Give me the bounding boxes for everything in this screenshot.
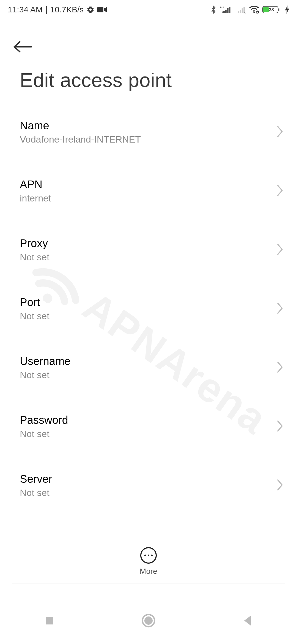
svg-rect-3 xyxy=(223,11,225,13)
wifi-status-icon xyxy=(249,6,259,13)
chevron-right-icon xyxy=(276,361,284,374)
svg-rect-14 xyxy=(278,8,279,11)
row-value: Not set xyxy=(20,487,277,498)
chevron-right-icon xyxy=(276,243,284,256)
divider xyxy=(12,583,285,583)
row-label: Username xyxy=(20,355,277,367)
bluetooth-icon xyxy=(210,5,217,14)
chevron-right-icon xyxy=(276,479,284,492)
svg-rect-4 xyxy=(225,10,227,13)
svg-rect-8 xyxy=(240,10,241,13)
row-name[interactable]: Name Vodafone-Ireland-INTERNET xyxy=(0,110,297,154)
row-label: Name xyxy=(20,119,277,132)
row-value: Not set xyxy=(20,311,277,321)
row-label: Proxy xyxy=(20,237,277,250)
svg-point-18 xyxy=(144,616,153,625)
status-separator: | xyxy=(45,5,48,14)
row-value: Vodafone-Ireland-INTERNET xyxy=(20,134,277,145)
nav-home-button[interactable] xyxy=(129,610,168,632)
battery-icon: 38 xyxy=(262,5,282,14)
triangle-left-icon xyxy=(242,615,253,627)
svg-rect-9 xyxy=(242,8,243,13)
row-value: Not set xyxy=(20,370,277,380)
svg-point-12 xyxy=(256,11,259,13)
square-icon xyxy=(44,615,55,626)
status-bar: 11:34 AM | 10.7KB/s 4G xyxy=(0,0,297,19)
settings-list: Name Vodafone-Ireland-INTERNET APN inter… xyxy=(0,110,297,534)
row-server[interactable]: Server Not set xyxy=(0,463,297,507)
nav-recent-button[interactable] xyxy=(30,610,69,632)
row-label: Port xyxy=(20,296,277,309)
row-value: Not set xyxy=(20,429,277,439)
svg-rect-16 xyxy=(46,617,53,624)
chevron-right-icon xyxy=(276,302,284,315)
more-button[interactable]: More xyxy=(0,542,297,581)
android-navbar xyxy=(0,597,297,644)
svg-rect-6 xyxy=(229,7,230,13)
more-label: More xyxy=(140,567,157,576)
battery-pct: 38 xyxy=(269,7,274,12)
row-port[interactable]: Port Not set xyxy=(0,287,297,331)
appbar xyxy=(0,33,297,61)
nav-back-button[interactable] xyxy=(228,610,267,632)
row-label: Server xyxy=(20,473,277,485)
chevron-right-icon xyxy=(276,184,284,198)
status-time: 11:34 AM xyxy=(8,5,43,14)
back-button[interactable] xyxy=(13,34,38,59)
svg-rect-7 xyxy=(238,11,239,13)
row-mmsc[interactable]: MMSC Not set xyxy=(0,522,297,534)
chevron-right-icon xyxy=(276,420,284,433)
row-username[interactable]: Username Not set xyxy=(0,346,297,390)
signal-4g-icon: 4G xyxy=(220,6,232,14)
row-label: MMSC xyxy=(20,532,277,534)
camera-icon xyxy=(97,6,107,13)
svg-rect-15 xyxy=(263,7,269,12)
row-apn[interactable]: APN internet xyxy=(0,169,297,213)
chevron-right-icon xyxy=(276,125,284,139)
row-label: APN xyxy=(20,178,277,191)
row-password[interactable]: Password Not set xyxy=(0,405,297,449)
more-icon xyxy=(140,547,157,564)
row-value: Not set xyxy=(20,252,277,263)
svg-text:4G: 4G xyxy=(220,6,224,9)
signal-nosim-icon xyxy=(235,6,246,14)
svg-rect-5 xyxy=(227,8,229,13)
charging-icon xyxy=(285,6,289,14)
row-value: internet xyxy=(20,193,277,204)
page-title: Edit access point xyxy=(20,69,277,91)
gear-icon xyxy=(86,6,95,14)
svg-rect-1 xyxy=(97,7,103,12)
circle-icon xyxy=(141,613,156,628)
status-netspeed: 10.7KB/s xyxy=(50,5,84,14)
row-label: Password xyxy=(20,414,277,426)
svg-point-11 xyxy=(254,12,255,13)
back-arrow-icon xyxy=(13,40,32,53)
row-proxy[interactable]: Proxy Not set xyxy=(0,228,297,272)
